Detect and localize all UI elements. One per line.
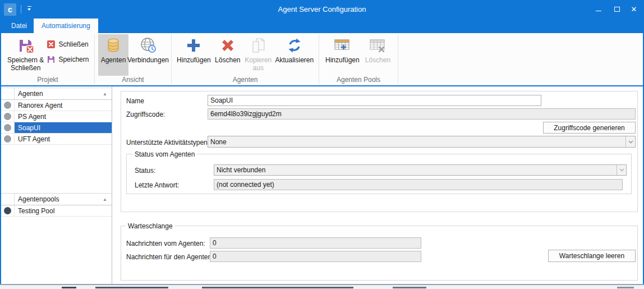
- close-project-button[interactable]: Schließen: [47, 38, 89, 51]
- group-label: Ansicht: [95, 76, 171, 85]
- chevron-down-icon: [617, 165, 626, 175]
- pools-grid: Agentenpools ▲ Testing Pool: [1, 193, 112, 217]
- delete-x-icon: [219, 36, 237, 54]
- maximize-icon: [614, 7, 620, 12]
- sort-ascending-icon: ▲: [103, 197, 107, 202]
- delete-pool-button: Löschen: [362, 34, 393, 65]
- button-label: Kopieren: [245, 56, 272, 64]
- sort-ascending-icon: ▲: [103, 91, 107, 97]
- save-close-icon: [17, 36, 35, 54]
- button-label: Speichern: [58, 56, 89, 63]
- background-window-fragment: [617, 287, 634, 288]
- save-icon: [47, 55, 56, 64]
- window-title: Agent Server Configuration: [0, 0, 644, 19]
- ribbon-group-agenten-pools: Hinzufügen Löschen Agenten Pools: [319, 33, 398, 85]
- save-and-close-button[interactable]: Speichern & Schließen: [4, 34, 47, 73]
- ribbon-group-agenten: Hinzufügen Löschen Kopie: [172, 33, 319, 85]
- messages-for-field: 0: [210, 251, 421, 262]
- close-icon: ✕: [631, 6, 637, 13]
- agent-row-ranorex[interactable]: Ranorex Agent: [1, 100, 112, 111]
- agent-status-dot: [4, 135, 11, 143]
- tab-datei[interactable]: Datei: [3, 19, 35, 33]
- button-label: Speichern &: [7, 56, 44, 64]
- button-label: Schließen: [58, 40, 88, 48]
- ribbon-tab-row: Datei Automatisierung: [0, 19, 644, 33]
- ribbon-group-projekt: Speichern & Schließen Schließen: [1, 33, 94, 85]
- ribbon: Speichern & Schließen Schließen: [1, 33, 643, 85]
- save-button[interactable]: Speichern: [47, 53, 89, 66]
- background-window-fragment: [393, 287, 426, 288]
- messages-from-label: Nachrichten vom Agenten:: [126, 240, 205, 247]
- close-red-icon: [47, 40, 56, 49]
- agents-grid-header[interactable]: Agenten ▲: [1, 88, 112, 100]
- add-agent-button[interactable]: Hinzufügen: [175, 34, 213, 65]
- activity-types-dropdown[interactable]: None: [208, 136, 636, 148]
- button-label: Aktualisieren: [275, 56, 314, 64]
- group-label: Projekt: [1, 76, 94, 85]
- button-label: Löschen: [365, 56, 390, 64]
- agent-status-dot: [4, 113, 11, 120]
- background-window-fragment: [62, 287, 76, 288]
- agent-status-dot: [4, 124, 11, 131]
- last-response-label: Letzte Antwort:: [135, 181, 179, 189]
- background-window-fragment: [202, 287, 353, 288]
- agent-name: UFT Agent: [15, 134, 112, 144]
- connections-view-button[interactable]: Verbindungen: [128, 34, 168, 65]
- button-label: Verbindungen: [127, 56, 169, 64]
- minimize-icon: [596, 11, 601, 12]
- pool-row-testing[interactable]: Testing Pool: [1, 205, 112, 217]
- tab-automatisierung[interactable]: Automatisierung: [34, 19, 98, 33]
- status-column-header: [1, 88, 15, 99]
- messages-from-field: 0: [210, 237, 421, 249]
- agent-status-dot: [4, 102, 11, 109]
- button-label: Schließen: [11, 64, 40, 72]
- pool-name: Testing Pool: [15, 205, 112, 216]
- status-groupbox-label: Status vom Agenten: [132, 150, 197, 158]
- button-label: Löschen: [215, 56, 240, 64]
- refresh-icon: [286, 36, 303, 54]
- agent-row-uft[interactable]: UFT Agent: [1, 134, 112, 145]
- chevron-down-icon[interactable]: [625, 136, 635, 147]
- copy-from-button: Kopieren aus: [243, 34, 274, 73]
- refresh-button[interactable]: Aktualisieren: [274, 34, 315, 65]
- background-window-sliver: [0, 285, 644, 289]
- queue-groupbox-label: Warteschlange: [126, 222, 175, 230]
- button-label: Hinzufügen: [325, 56, 360, 64]
- activity-types-value: None: [208, 138, 625, 146]
- status-value: Nicht verbunden: [214, 166, 617, 174]
- database-icon: [104, 36, 122, 54]
- generate-accesscode-button[interactable]: Zugriffscode generieren: [543, 122, 636, 134]
- clear-queue-button[interactable]: Warteschlange leeren: [548, 250, 636, 262]
- name-label: Name: [126, 97, 144, 105]
- close-button[interactable]: ✕: [625, 0, 642, 19]
- name-input[interactable]: SoapUI: [208, 95, 541, 106]
- agents-grid: Agenten ▲ Ranorex Agent PS Agent SoapUI …: [1, 88, 112, 145]
- background-window-fragment: [95, 287, 168, 288]
- agents-header-label: Agenten: [18, 90, 43, 98]
- status-label: Status:: [135, 167, 155, 175]
- agent-name: PS Agent: [15, 111, 112, 122]
- agents-view-button[interactable]: Agenten: [98, 34, 128, 76]
- accesscode-label: Zugriffscode:: [126, 111, 165, 118]
- pools-header-label: Agentenpools: [18, 195, 59, 203]
- agent-name: Ranorex Agent: [15, 100, 112, 111]
- button-label: Hinzufügen: [177, 56, 211, 64]
- pool-status-dot: [4, 207, 11, 214]
- minimize-button[interactable]: [590, 0, 607, 19]
- agent-row-ps[interactable]: PS Agent: [1, 111, 112, 122]
- table-add-icon: [333, 36, 351, 54]
- agent-row-soapui[interactable]: SoapUI: [1, 122, 112, 134]
- status-dropdown: Nicht verbunden: [214, 164, 627, 176]
- table-delete-icon: [369, 36, 387, 54]
- ribbon-separator: [398, 34, 398, 84]
- button-label: aus: [253, 64, 264, 72]
- last-response-field: (not connected yet): [214, 179, 623, 190]
- messages-for-label: Nachrichten für den Agenten:: [126, 253, 213, 261]
- agent-name: SoapUI: [15, 122, 112, 133]
- pools-grid-header[interactable]: Agentenpools ▲: [1, 193, 112, 205]
- add-pool-button[interactable]: Hinzufügen: [323, 34, 362, 65]
- maximize-button[interactable]: [609, 0, 625, 19]
- activity-types-label: Unterstützte Aktivitätstypen:: [126, 139, 209, 146]
- delete-agent-button[interactable]: Löschen: [213, 34, 243, 65]
- group-label: Agenten: [172, 76, 319, 85]
